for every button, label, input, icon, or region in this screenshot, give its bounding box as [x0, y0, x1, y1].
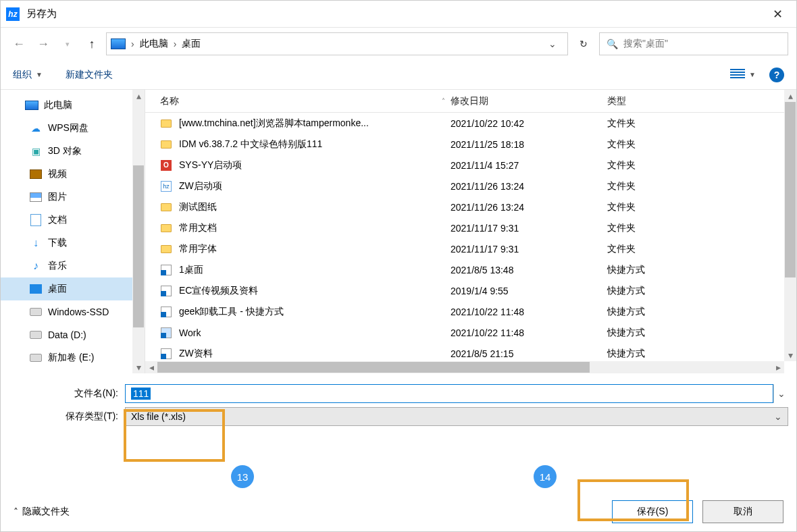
tree-item-music[interactable]: ♪音乐 — [1, 255, 132, 277]
header-name-label: 名称 — [160, 95, 179, 107]
filename-dropdown-icon[interactable]: ⌄ — [773, 384, 788, 403]
tree-item-drive[interactable]: 新加卷 (E:) — [1, 346, 132, 369]
forward-button[interactable]: → — [33, 34, 53, 54]
tree-item-dl[interactable]: ↓下载 — [1, 232, 132, 255]
drive-icon — [29, 354, 43, 362]
hide-folders-label: 隐藏文件夹 — [22, 506, 70, 518]
folder-tree: 此电脑☁WPS网盘▣3D 对象视频图片文档↓下载♪音乐桌面Windows-SSD… — [1, 90, 132, 373]
file-row[interactable]: OSYS-YY启动项2021/11/4 15:27文件夹 — [145, 155, 796, 176]
address-dropdown-icon[interactable]: ⌄ — [542, 38, 563, 49]
up-button[interactable]: ↑ — [82, 34, 102, 54]
file-row[interactable]: ZW资料2021/8/5 21:15快捷方式 — [145, 343, 796, 361]
scrollbar-thumb[interactable] — [133, 165, 144, 327]
list-view-icon — [730, 69, 745, 81]
file-row[interactable]: [www.tmchina.net]浏览器脚本tampermonke...2021… — [145, 113, 796, 134]
file-row[interactable]: Work2021/10/22 11:48快捷方式 — [145, 322, 796, 343]
scroll-up-icon[interactable]: ▴ — [132, 90, 145, 102]
file-row[interactable]: 测试图纸2021/11/26 13:24文件夹 — [145, 196, 796, 217]
tree-item-pc[interactable]: 此电脑 — [1, 94, 132, 117]
file-row[interactable]: 常用文档2021/11/17 9:31文件夹 — [145, 217, 796, 238]
tree-item-drive[interactable]: Data (D:) — [1, 323, 132, 346]
file-scrollbar[interactable]: ▴ ▾ — [784, 90, 796, 361]
search-input[interactable]: 🔍 搜索"桌面" — [599, 32, 788, 55]
file-row[interactable]: geek卸载工具 - 快捷方式2021/10/22 11:48快捷方式 — [145, 301, 796, 322]
file-date: 2021/8/5 13:48 — [451, 265, 607, 275]
cancel-label: 取消 — [734, 506, 752, 518]
file-name: ZW启动项 — [179, 180, 222, 192]
header-date[interactable]: 修改日期 — [451, 95, 607, 107]
header-name[interactable]: 名称 ˄ — [160, 95, 451, 107]
crumb-desktop[interactable]: 桌面 — [182, 38, 201, 50]
tree-item-pic[interactable]: 图片 — [1, 186, 132, 209]
recent-dropdown-icon[interactable]: ▾ — [57, 34, 78, 54]
filetype-select[interactable]: Xls file (*.xls) ⌄ — [125, 407, 788, 426]
file-row[interactable]: EC宣传视频及资料2019/1/4 9:55快捷方式 — [145, 280, 796, 301]
tree-item-3d[interactable]: ▣3D 对象 — [1, 140, 132, 163]
file-type: 快捷方式 — [607, 327, 796, 339]
filename-value: 111 — [131, 388, 151, 400]
file-name: EC宣传视频及资料 — [179, 285, 258, 297]
address-bar[interactable]: › 此电脑 › 桌面 ⌄ — [106, 32, 568, 55]
header-type[interactable]: 类型 — [607, 95, 796, 107]
close-button[interactable]: ✕ — [764, 4, 791, 24]
file-type: 文件夹 — [607, 138, 796, 151]
tree-item-video[interactable]: 视频 — [1, 163, 132, 186]
tree-item-label: 视频 — [48, 168, 67, 180]
file-date: 2021/11/4 15:27 — [451, 160, 607, 171]
file-type: 快捷方式 — [607, 348, 796, 360]
tree-item-label: 3D 对象 — [48, 145, 82, 157]
drive-icon — [29, 331, 43, 339]
file-date: 2021/11/25 18:18 — [451, 139, 607, 150]
file-name: [www.tmchina.net]浏览器脚本tampermonke... — [179, 117, 369, 130]
file-icon: O — [160, 159, 172, 171]
organize-menu[interactable]: 组织 ▼ — [13, 69, 43, 81]
file-icon — [160, 117, 172, 130]
new-folder-button[interactable]: 新建文件夹 — [66, 69, 113, 81]
horizontal-scrollbar[interactable]: ◂ ▸ — [145, 361, 784, 373]
file-icon — [160, 348, 172, 360]
back-button[interactable]: ← — [9, 34, 29, 54]
save-button[interactable]: 保存(S) — [612, 500, 693, 523]
tree-item-desk[interactable]: 桌面 — [1, 277, 132, 300]
filename-label: 文件名(N): — [9, 388, 125, 400]
scroll-left-icon[interactable]: ◂ — [145, 361, 157, 373]
main-area: 此电脑☁WPS网盘▣3D 对象视频图片文档↓下载♪音乐桌面Windows-SSD… — [1, 90, 796, 373]
tree-item-label: 下载 — [48, 237, 67, 249]
refresh-button[interactable]: ↻ — [572, 32, 595, 55]
file-name: 常用字体 — [179, 243, 217, 255]
file-icon — [160, 222, 172, 234]
tree-item-drive[interactable]: Windows-SSD — [1, 300, 132, 323]
tree-item-wps[interactable]: ☁WPS网盘 — [1, 117, 132, 140]
scrollbar-thumb[interactable] — [157, 362, 590, 373]
organize-label: 组织 — [13, 69, 32, 81]
file-type: 快捷方式 — [607, 306, 796, 318]
file-date: 2021/8/5 21:15 — [451, 348, 607, 359]
file-row[interactable]: hzZW启动项2021/11/26 13:24文件夹 — [145, 176, 796, 196]
crumb-pc[interactable]: 此电脑 — [140, 38, 168, 50]
scroll-down-icon[interactable]: ▾ — [784, 349, 796, 361]
save-label: 保存(S) — [637, 506, 669, 518]
file-row[interactable]: IDM v6.38.7.2 中文绿色特别版1112021/11/25 18:18… — [145, 134, 796, 155]
scroll-right-icon[interactable]: ▸ — [772, 361, 784, 373]
tree-item-doc[interactable]: 文档 — [1, 209, 132, 232]
scroll-up-icon[interactable]: ▴ — [784, 90, 796, 102]
file-icon — [160, 138, 172, 151]
filename-input[interactable]: 111 — [125, 384, 773, 403]
file-icon — [160, 243, 172, 255]
file-row[interactable]: 常用字体2021/11/17 9:31文件夹 — [145, 238, 796, 259]
hide-folders-toggle[interactable]: ˄ 隐藏文件夹 — [14, 506, 70, 518]
view-options-button[interactable]: ▼ — [730, 69, 756, 81]
cancel-button[interactable]: 取消 — [702, 500, 783, 523]
sidebar-scrollbar[interactable]: ▴ ▾ — [132, 90, 145, 373]
file-icon — [160, 285, 172, 297]
scrollbar-thumb[interactable] — [785, 102, 796, 277]
scroll-down-icon[interactable]: ▾ — [132, 361, 145, 373]
file-name: Work — [179, 327, 201, 338]
file-type: 文件夹 — [607, 180, 796, 192]
file-row[interactable]: 1桌面2021/8/5 13:48快捷方式 — [145, 259, 796, 280]
help-button[interactable]: ? — [769, 68, 784, 82]
tree-item-label: 新加卷 (E:) — [48, 352, 94, 364]
wps-icon: ☁ — [29, 123, 43, 134]
file-name: 测试图纸 — [179, 201, 217, 213]
chevron-right-icon: › — [131, 38, 134, 49]
